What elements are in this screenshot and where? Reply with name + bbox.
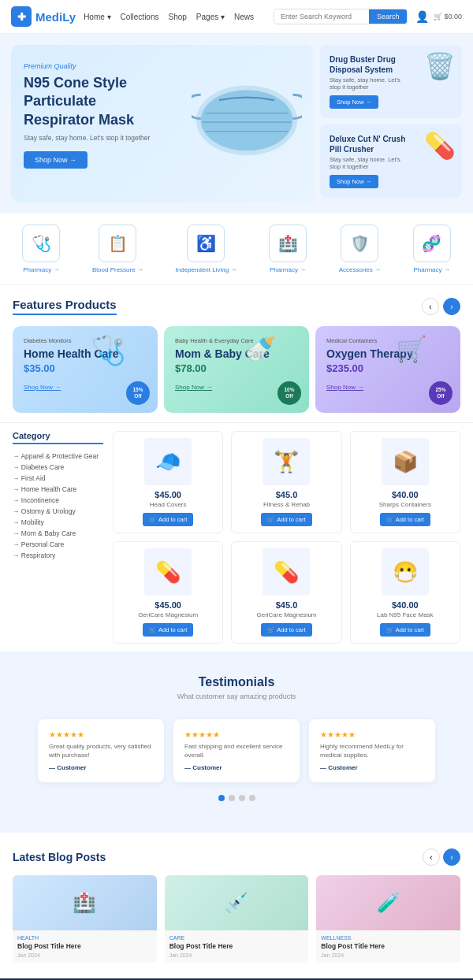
cat-link-ostomy[interactable]: → Ostomy & Urology bbox=[13, 506, 103, 517]
header: ✚ MediLy Home ▾ Collections Shop Pages ▾… bbox=[0, 0, 473, 34]
cat-independent-living[interactable]: ♿ Independent Living → bbox=[176, 225, 237, 273]
cat-blood-pressure[interactable]: 📋 Blood Pressure → bbox=[92, 225, 143, 273]
main-nav: Home ▾ Collections Shop Pages ▾ News bbox=[84, 13, 266, 21]
pharmacy-1-icon: 🩺 bbox=[22, 225, 60, 262]
add-cart-button-6[interactable]: 🛒 Add to cart bbox=[380, 623, 430, 637]
review-text-1: Great quality products, very satisfied w… bbox=[49, 742, 153, 759]
promo-shop-2[interactable]: Shop Now → bbox=[175, 384, 212, 391]
pharmacy-3-label: Pharmacy → bbox=[414, 266, 450, 273]
blog-card-2[interactable]: 💉 Care Blog Post Title Here Jan 2024 bbox=[165, 875, 309, 963]
add-cart-button-4[interactable]: 🛒 Add to cart bbox=[143, 623, 193, 637]
header-icons: 👤 🛒 $0.00 bbox=[415, 10, 462, 23]
shop-section: Category → Apparel & Protective Gear → D… bbox=[0, 422, 473, 651]
cat-link-home-health[interactable]: → Home Health Care bbox=[13, 484, 103, 495]
cart-button[interactable]: 🛒 $0.00 bbox=[434, 13, 462, 20]
blog-title: Latest Blog Posts bbox=[13, 851, 106, 863]
add-cart-button-3[interactable]: 🛒 Add to cart bbox=[380, 513, 430, 526]
reviewer-2: — Customer bbox=[184, 764, 289, 771]
hero-shop-button[interactable]: Shop Now → bbox=[24, 151, 88, 169]
stethoscope-icon: 🩺 bbox=[91, 334, 126, 367]
cart-icon-4: 🛒 bbox=[149, 626, 156, 633]
cat-pharmacy-2[interactable]: 🏥 Pharmacy → bbox=[269, 225, 307, 273]
promo-card-baby-care[interactable]: Baby Health & Everyday Care Mom & Baby C… bbox=[164, 326, 309, 413]
dot-4[interactable] bbox=[249, 795, 255, 801]
next-arrow[interactable]: › bbox=[443, 298, 460, 315]
blog-prev-arrow[interactable]: ‹ bbox=[423, 848, 440, 866]
promo-card-home-health[interactable]: Diabetes Monitors Home Health Care $35.0… bbox=[13, 326, 158, 413]
product-name-3: Sharps Containers bbox=[357, 501, 453, 508]
logo[interactable]: ✚ MediLy bbox=[11, 6, 76, 27]
nav-pages[interactable]: Pages ▾ bbox=[196, 13, 225, 21]
side-card-1-btn[interactable]: Shop Now → bbox=[330, 95, 378, 109]
blog-img-1: 🏥 bbox=[13, 875, 157, 930]
product-price-1: $45.00 bbox=[120, 490, 216, 499]
cat-pharmacy-1[interactable]: 🩺 Pharmacy → bbox=[22, 225, 60, 273]
blog-card-1[interactable]: 🏥 Health Blog Post Title Here Jan 2024 bbox=[13, 875, 157, 963]
prev-arrow[interactable]: ‹ bbox=[422, 298, 439, 315]
blog-content-1: Health Blog Post Title Here Jan 2024 bbox=[13, 930, 157, 963]
promo-price-1: $35.00 bbox=[24, 362, 147, 374]
promo-title-1: Home Health Care bbox=[24, 347, 147, 360]
blog-next-arrow[interactable]: › bbox=[443, 848, 460, 866]
blog-section: Latest Blog Posts ‹ › 🏥 Health Blog Post… bbox=[0, 833, 473, 978]
add-cart-button-5[interactable]: 🛒 Add to cart bbox=[261, 623, 311, 637]
cat-link-mobility[interactable]: → Mobility bbox=[13, 517, 103, 528]
blog-content-3: Wellness Blog Post Title Here Jan 2024 bbox=[316, 930, 460, 963]
cart-amount: $0.00 bbox=[444, 13, 462, 20]
cat-link-personal[interactable]: → Personal Care bbox=[13, 539, 103, 550]
cat-link-diabetes[interactable]: → Diabetes Care bbox=[13, 462, 103, 473]
dot-2[interactable] bbox=[229, 795, 235, 801]
product-price-2: $45.0 bbox=[238, 490, 334, 499]
blog-grid: 🏥 Health Blog Post Title Here Jan 2024 💉… bbox=[13, 875, 460, 963]
blog-card-3[interactable]: 🧪 Wellness Blog Post Title Here Jan 2024 bbox=[316, 875, 460, 963]
blog-img-3: 🧪 bbox=[316, 875, 460, 930]
nav-home[interactable]: Home ▾ bbox=[84, 13, 110, 21]
stars-3: ★★★★★ bbox=[320, 730, 424, 739]
reviewer-3: — Customer bbox=[320, 764, 424, 771]
cat-link-respiratory[interactable]: → Respiratory bbox=[13, 550, 103, 561]
blood-pressure-icon: 📋 bbox=[99, 225, 136, 262]
product-card-1: 🧢 $45.00 Head Covers 🛒 Add to cart bbox=[113, 431, 223, 533]
pill-crusher-icon: 💊 bbox=[424, 131, 456, 161]
promo-card-oxygen[interactable]: Medical Containers Oxygen Therapy $235.0… bbox=[315, 326, 460, 413]
dot-3[interactable] bbox=[239, 795, 245, 801]
cart-icon-2: 🛒 bbox=[267, 516, 274, 523]
blog-img-2: 💉 bbox=[165, 875, 309, 930]
svg-point-1 bbox=[201, 90, 293, 150]
promo-shop-1[interactable]: Shop Now → bbox=[24, 384, 61, 391]
search-button[interactable]: Search bbox=[369, 9, 408, 24]
dot-1[interactable] bbox=[218, 795, 225, 801]
product-img-1: 🧢 bbox=[144, 438, 192, 485]
product-card-6: 😷 $40.00 Lab N95 Face Mask 🛒 Add to cart bbox=[350, 541, 460, 644]
cat-link-firstaid[interactable]: → First Aid bbox=[13, 473, 103, 484]
cat-link-baby[interactable]: → Mom & Baby Care bbox=[13, 528, 103, 539]
search-input[interactable] bbox=[274, 9, 369, 24]
user-icon[interactable]: 👤 bbox=[415, 10, 429, 23]
discount-badge-2: 10%Off bbox=[277, 381, 301, 405]
promo-shop-3[interactable]: Shop Now → bbox=[326, 384, 363, 391]
cat-accessories[interactable]: 🛡️ Accessories → bbox=[339, 225, 381, 273]
independent-living-icon: ♿ bbox=[187, 225, 225, 262]
add-cart-button-1[interactable]: 🛒 Add to cart bbox=[143, 513, 193, 526]
product-card-4: 💊 $45.00 GeriCare Magnesium 🛒 Add to car… bbox=[113, 541, 223, 644]
nav-collections[interactable]: Collections bbox=[121, 13, 159, 21]
hero-product-image bbox=[188, 57, 306, 175]
stars-1: ★★★★★ bbox=[49, 730, 153, 739]
products-grid: 🧢 $45.00 Head Covers 🛒 Add to cart 🏋️ $4… bbox=[113, 431, 460, 644]
add-cart-button-2[interactable]: 🛒 Add to cart bbox=[261, 513, 311, 526]
cat-link-incontinence[interactable]: → Incontinence bbox=[13, 495, 103, 506]
product-name-6: Lab N95 Face Mask bbox=[357, 611, 453, 618]
nav-news[interactable]: News bbox=[234, 13, 254, 21]
cart-icon-3: 🛒 bbox=[386, 516, 393, 523]
side-card-2-btn[interactable]: Shop Now → bbox=[330, 175, 378, 188]
cat-link-apparel[interactable]: → Apparel & Protective Gear bbox=[13, 451, 103, 462]
product-card-3: 📦 $40.00 Sharps Containers 🛒 Add to cart bbox=[350, 431, 460, 533]
category-sidebar: Category → Apparel & Protective Gear → D… bbox=[13, 431, 103, 644]
cat-pharmacy-3[interactable]: 🧬 Pharmacy → bbox=[413, 225, 451, 273]
promo-cards: Diabetes Monitors Home Health Care $35.0… bbox=[0, 321, 473, 422]
testimonials-title: Testimonials bbox=[13, 675, 460, 689]
testimonial-card-1: ★★★★★ Great quality products, very satis… bbox=[38, 719, 164, 782]
nav-shop[interactable]: Shop bbox=[169, 13, 187, 21]
mask-illustration bbox=[192, 72, 302, 159]
categories-section: 🩺 Pharmacy → 📋 Blood Pressure → ♿ Indepe… bbox=[0, 213, 473, 285]
